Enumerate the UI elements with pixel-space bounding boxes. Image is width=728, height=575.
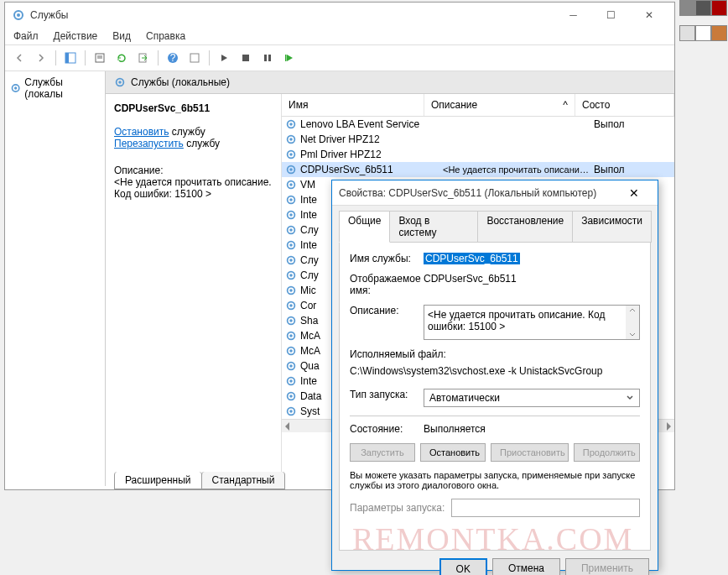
export-button[interactable]	[134, 49, 153, 67]
start-button: Запустить	[350, 443, 415, 462]
svg-point-30	[289, 198, 293, 201]
tab-logon[interactable]: Вход в систему	[389, 211, 478, 243]
stop-service-button[interactable]: Остановить	[420, 443, 486, 462]
ok-button[interactable]: OK	[439, 558, 487, 575]
params-input[interactable]	[451, 499, 640, 517]
svg-rect-13	[268, 55, 271, 61]
svg-point-54	[289, 379, 293, 383]
apply-button: Применить	[565, 558, 649, 575]
svg-point-34	[289, 228, 293, 232]
state-value: Выполняется	[424, 423, 640, 435]
show-hide-button[interactable]	[61, 49, 80, 67]
tab-extended[interactable]: Расширенный	[114, 472, 202, 489]
gear-icon	[285, 405, 297, 417]
gear-icon	[285, 360, 297, 372]
restart-link[interactable]: Перезапустить	[114, 138, 184, 149]
dialog-close-button[interactable]: ✕	[617, 186, 651, 200]
refresh-button[interactable]	[112, 49, 131, 67]
services-icon	[12, 8, 25, 22]
svg-rect-11	[242, 55, 249, 61]
tree-root[interactable]: Службы (локалы	[10, 76, 100, 100]
gear-icon	[285, 239, 297, 251]
service-row[interactable]: Pml Driver HPZ12	[282, 147, 674, 162]
desc-label: Описание:	[350, 305, 424, 316]
menu-help[interactable]: Справка	[146, 30, 185, 42]
startup-label: Тип запуска:	[350, 389, 424, 400]
cancel-button[interactable]: Отмена	[492, 558, 560, 575]
stop-link[interactable]: Остановить	[114, 126, 169, 138]
description-label: Описание:	[114, 165, 273, 176]
description-text: <Не удается прочитать описание. Код ошиб…	[114, 176, 273, 200]
resume-button: Продолжить	[574, 443, 640, 462]
service-row[interactable]: CDPUserSvc_6b511 <Не удается прочитать о…	[282, 162, 674, 177]
dialog-titlebar[interactable]: Свойства: CDPUserSvc_6b511 (Локальный ко…	[332, 180, 658, 206]
panel-title: Службы (локальные)	[131, 76, 230, 88]
selected-service-name: CDPUserSvc_6b511	[114, 102, 273, 114]
svg-rect-10	[190, 54, 199, 62]
svg-point-58	[289, 410, 293, 413]
stop-button[interactable]	[237, 49, 255, 67]
service-name: CDPUserSvc_6b511	[300, 164, 439, 175]
tab-standard[interactable]: Стандартный	[201, 472, 286, 489]
svg-point-22	[289, 138, 293, 141]
tab-dependencies[interactable]: Зависимости	[572, 211, 652, 243]
tab-recovery[interactable]: Восстановление	[477, 211, 573, 243]
pause-service-button: Приостановить	[491, 443, 569, 462]
gear-icon	[285, 269, 297, 281]
service-status: Выпол	[594, 164, 625, 175]
dialog-tabs: Общие Вход в систему Восстановление Зави…	[332, 206, 658, 243]
toolbar-icon[interactable]	[185, 49, 204, 67]
display-name-label: Отображаемое имя:	[350, 273, 424, 296]
restart-button[interactable]	[280, 49, 299, 67]
params-label: Параметры запуска:	[350, 502, 445, 514]
gear-icon	[285, 179, 297, 191]
svg-point-20	[289, 123, 293, 126]
textarea-scrollbar[interactable]	[626, 306, 639, 339]
pause-button[interactable]	[258, 49, 277, 67]
col-name[interactable]: Имя	[282, 94, 424, 116]
svg-point-32	[289, 213, 293, 217]
svg-point-52	[289, 364, 293, 368]
tab-general[interactable]: Общие	[339, 211, 390, 243]
svg-point-48	[289, 334, 293, 337]
menu-view[interactable]: Вид	[112, 30, 131, 42]
svg-rect-12	[264, 55, 267, 61]
description-box[interactable]: <Не удается прочитать описание. Код ошиб…	[424, 305, 640, 340]
svg-point-50	[289, 349, 293, 353]
gear-icon	[285, 118, 297, 130]
menu-action[interactable]: Действие	[54, 30, 98, 42]
menubar: Файл Действие Вид Справка	[5, 28, 674, 45]
properties-button[interactable]	[91, 49, 109, 67]
svg-point-56	[289, 395, 293, 398]
gear-icon	[285, 194, 297, 206]
help-button[interactable]: ?	[164, 49, 182, 67]
state-label: Состояние:	[350, 423, 424, 435]
svg-point-1	[17, 13, 20, 17]
forward-button[interactable]	[32, 49, 50, 67]
service-status: Выпол	[594, 118, 625, 130]
service-row[interactable]: Lenovo LBA Event Service Выпол	[282, 117, 674, 132]
titlebar[interactable]: Службы ─ ☐ ✕	[5, 3, 674, 28]
minimize-button[interactable]: ─	[554, 3, 592, 27]
gear-icon	[285, 209, 297, 221]
col-status[interactable]: Состо	[575, 94, 674, 116]
chevron-down-icon	[628, 331, 637, 339]
svg-point-38	[289, 259, 293, 262]
gear-icon	[285, 149, 297, 160]
gear-icon	[285, 133, 297, 145]
table-header: Имя Описание^ Состо	[282, 94, 674, 117]
gear-icon	[285, 285, 297, 296]
play-button[interactable]	[215, 49, 233, 67]
exe-path: C:\Windows\system32\svchost.exe -k Unist…	[350, 365, 640, 377]
exe-label: Исполняемый файл:	[350, 348, 640, 360]
service-name-value[interactable]: CDPUserSvc_6b511	[424, 253, 520, 264]
back-button[interactable]	[10, 49, 29, 67]
maximize-button[interactable]: ☐	[592, 3, 630, 27]
close-button[interactable]: ✕	[630, 3, 668, 27]
service-row[interactable]: Net Driver HPZ12	[282, 132, 674, 147]
startup-type-select[interactable]: Автоматически	[424, 389, 640, 407]
col-desc[interactable]: Описание^	[424, 94, 575, 116]
bottom-tabs: Расширенный Стандартный	[114, 472, 284, 489]
dialog-title: Свойства: CDPUserSvc_6b511 (Локальный ко…	[339, 187, 617, 199]
menu-file[interactable]: Файл	[13, 30, 39, 42]
